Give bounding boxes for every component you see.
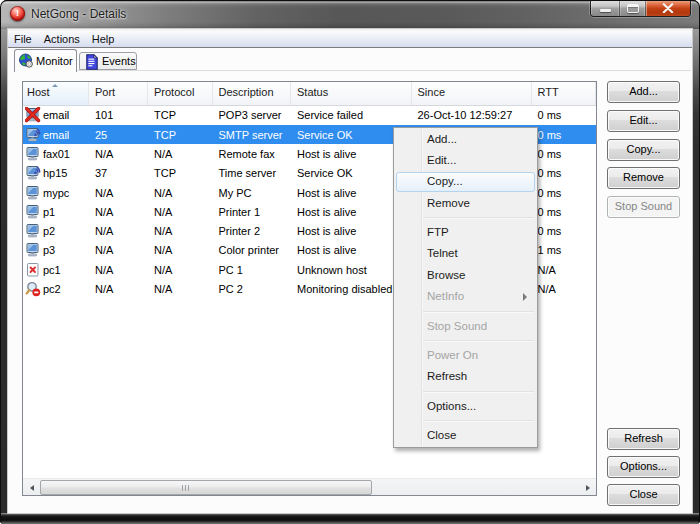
cell-text: 26-Oct-10 12:59:27: [418, 109, 513, 121]
cell-description: Time server: [213, 164, 292, 183]
cell-description: Printer 1: [213, 202, 292, 221]
tab-monitor-label: Monitor: [36, 55, 73, 67]
scroll-right-arrow[interactable]: [579, 479, 596, 496]
cell-host: pc1: [23, 260, 89, 279]
caption-buttons: [590, 0, 691, 17]
stop-sound-button[interactable]: Stop Sound: [607, 196, 680, 218]
menu-item-label: Refresh: [427, 370, 467, 382]
host-ringing-icon: [25, 127, 41, 143]
host-ok-icon: [25, 242, 41, 258]
cell-text: pc2: [43, 283, 61, 295]
remove-button[interactable]: Remove: [607, 167, 680, 189]
cell-text: TCP: [154, 109, 176, 121]
table-row-email[interactable]: email101TCPPOP3 serverService failed26-O…: [23, 106, 596, 125]
menu-item-label: Edit...: [427, 154, 456, 166]
host-ringing-icon: [25, 165, 41, 181]
context-menu-item-remove[interactable]: Remove: [394, 193, 537, 214]
cell-protocol: TCP: [148, 125, 213, 144]
column-header-since[interactable]: Since: [412, 82, 532, 105]
context-menu-item-ftp[interactable]: FTP: [394, 222, 537, 243]
tab-events-label: Events: [102, 55, 136, 67]
host-disabled-icon: [25, 281, 41, 297]
host-failed-icon: [25, 107, 41, 123]
context-menu-item-telnet[interactable]: Telnet: [394, 243, 537, 264]
tab-monitor[interactable]: Monitor: [14, 49, 77, 72]
cell-text: 0 ms: [538, 167, 562, 179]
menu-item-label: Stop Sound: [427, 320, 487, 332]
cell-text: 1 ms: [538, 244, 562, 256]
context-menu-item-power-on[interactable]: Power On: [394, 345, 537, 366]
right-triangle-icon: [586, 485, 590, 491]
cell-protocol: N/A: [148, 202, 213, 221]
context-menu-item-browse[interactable]: Browse: [394, 265, 537, 286]
context-menu-item-refresh[interactable]: Refresh: [394, 366, 537, 387]
app-icon: !: [10, 6, 25, 21]
cell-rtt: 0 ms: [532, 125, 597, 144]
refresh-button[interactable]: Refresh: [607, 428, 680, 450]
cell-text: Host is alive: [297, 187, 356, 199]
menu-separator: [423, 217, 534, 219]
close-button[interactable]: Close: [607, 484, 680, 506]
cell-text: email: [43, 129, 69, 141]
cell-text: N/A: [538, 264, 556, 276]
submenu-arrow-icon: [523, 293, 527, 301]
cell-text: 0 ms: [538, 225, 562, 237]
menu-actions[interactable]: Actions: [38, 31, 86, 47]
add-button[interactable]: Add...: [607, 81, 680, 103]
cell-text: PC 2: [219, 283, 243, 295]
options-button[interactable]: Options...: [607, 456, 680, 478]
edit-button[interactable]: Edit...: [607, 110, 680, 132]
context-menu-item-close[interactable]: Close: [394, 425, 537, 446]
column-header-label: Since: [418, 86, 446, 98]
column-header-port[interactable]: Port: [89, 82, 148, 105]
column-header-rtt[interactable]: RTT: [532, 82, 597, 105]
menu-help[interactable]: Help: [86, 31, 121, 47]
column-header-protocol[interactable]: Protocol: [148, 82, 213, 105]
cell-text: N/A: [95, 148, 113, 160]
context-menu-item-options[interactable]: Options...: [394, 396, 537, 417]
cell-text: N/A: [95, 283, 113, 295]
minimize-button[interactable]: [591, 0, 620, 16]
column-header-status[interactable]: Status: [291, 82, 412, 105]
context-menu-item-add[interactable]: Add...: [394, 129, 537, 150]
menu-item-label: Copy...: [427, 175, 463, 187]
context-menu-item-copy[interactable]: Copy...: [394, 171, 537, 192]
cell-text: 0 ms: [538, 109, 562, 121]
maximize-button[interactable]: [620, 0, 646, 16]
host-ok-icon: [25, 185, 41, 201]
horizontal-scrollbar[interactable]: [23, 478, 596, 495]
cell-text: pc1: [43, 264, 61, 276]
menu-file[interactable]: File: [8, 31, 38, 47]
cell-description: Color printer: [213, 241, 292, 260]
context-menu-item-netinfo[interactable]: NetInfo: [394, 286, 537, 307]
cell-text: p1: [43, 206, 55, 218]
context-menu-item-edit[interactable]: Edit...: [394, 150, 537, 171]
cell-protocol: N/A: [148, 279, 213, 298]
column-header-description[interactable]: Description: [213, 82, 292, 105]
menu-item-label: Browse: [427, 269, 465, 281]
cell-host: mypc: [23, 183, 89, 202]
menu-item-label: Telnet: [427, 247, 458, 259]
column-header-host[interactable]: Host: [23, 82, 89, 105]
cell-port: 25: [89, 125, 148, 144]
menu-item-label: Options...: [427, 400, 476, 412]
column-header-label: Description: [219, 86, 274, 98]
cell-text: 37: [95, 167, 107, 179]
tab-events[interactable]: Events: [79, 52, 137, 70]
cell-text: Unknown host: [297, 264, 367, 276]
cell-text: PC 1: [219, 264, 243, 276]
cell-port: N/A: [89, 183, 148, 202]
host-ok-icon: [25, 146, 41, 162]
cell-description: My PC: [213, 183, 292, 202]
copy-button[interactable]: Copy...: [607, 139, 680, 161]
cell-rtt: 0 ms: [532, 202, 597, 221]
close-button[interactable]: [646, 0, 690, 16]
scrollbar-thumb[interactable]: [40, 480, 372, 496]
menu-separator: [423, 420, 534, 422]
cell-text: N/A: [95, 264, 113, 276]
context-menu-item-stop-sound[interactable]: Stop Sound: [394, 316, 537, 337]
scroll-left-arrow[interactable]: [23, 479, 40, 496]
cell-rtt: 0 ms: [532, 164, 597, 183]
cell-host: pc2: [23, 279, 89, 298]
context-menu-items: Add...Edit...Copy...RemoveFTPTelnetBrows…: [394, 129, 537, 447]
